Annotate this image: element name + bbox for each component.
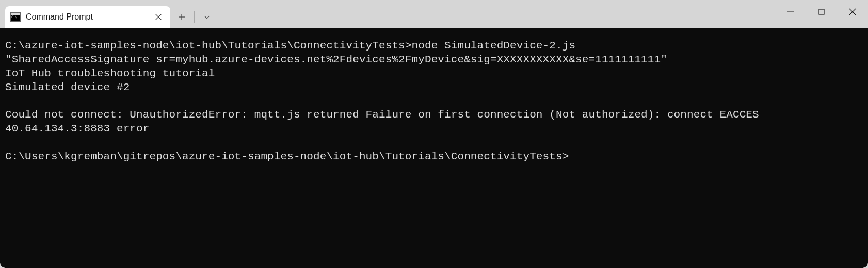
- window: Command Prompt C:\azure-i: [0, 0, 868, 268]
- close-tab-button[interactable]: [154, 12, 163, 22]
- divider: [194, 11, 195, 23]
- titlebar: Command Prompt: [0, 0, 868, 28]
- plus-icon: [178, 13, 186, 21]
- minimize-icon: [787, 8, 794, 15]
- svg-rect-5: [819, 9, 824, 14]
- tab-dropdown-button[interactable]: [196, 7, 218, 27]
- tab-actions: [170, 6, 218, 28]
- cmd-icon: [10, 12, 21, 22]
- close-window-button[interactable]: [837, 0, 868, 24]
- minimize-button[interactable]: [775, 0, 806, 24]
- window-controls: [775, 0, 868, 24]
- new-tab-button[interactable]: [170, 7, 193, 27]
- maximize-icon: [818, 8, 825, 15]
- terminal-output[interactable]: C:\azure-iot-samples-node\iot-hub\Tutori…: [0, 28, 868, 268]
- close-icon: [155, 13, 162, 21]
- tab-title: Command Prompt: [26, 12, 149, 22]
- maximize-button[interactable]: [806, 0, 837, 24]
- chevron-down-icon: [203, 13, 211, 21]
- tab-command-prompt[interactable]: Command Prompt: [5, 6, 170, 28]
- close-icon: [848, 8, 857, 16]
